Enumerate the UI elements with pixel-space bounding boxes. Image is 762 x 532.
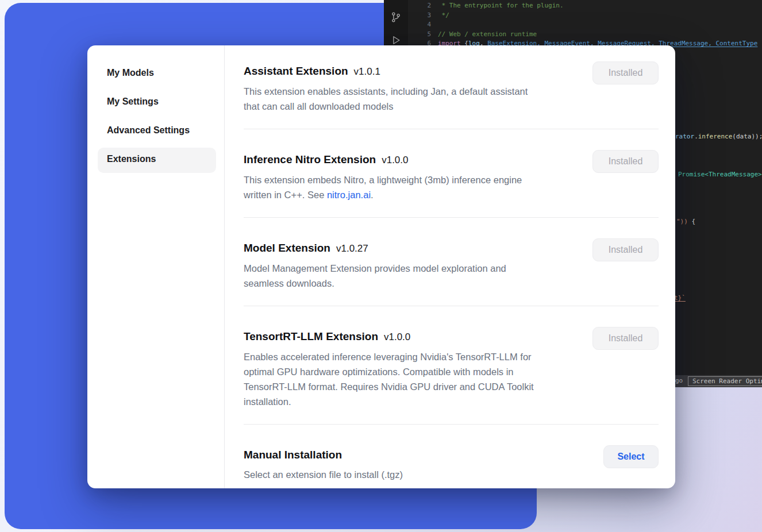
settings-sidebar: My Models My Settings Advanced Settings …: [87, 45, 225, 488]
extensions-panel: Assistant Extensionv1.0.1 This extension…: [225, 45, 675, 488]
installed-button[interactable]: Installed: [592, 61, 659, 84]
extension-title-line: Assistant Extensionv1.0.1: [244, 64, 528, 79]
extension-title-line: Inference Nitro Extensionv1.0.0: [244, 152, 522, 168]
sidebar-item-my-models[interactable]: My Models: [98, 61, 216, 87]
code-token-comment: */: [438, 11, 449, 19]
git-branch-icon[interactable]: [390, 11, 402, 23]
extension-description: Model Management Extension provides mode…: [244, 261, 506, 291]
code-line: 4: [384, 20, 757, 30]
description-text: .: [371, 190, 374, 200]
code-token-function: inference: [698, 133, 733, 140]
settings-modal: My Models My Settings Advanced Settings …: [87, 45, 675, 488]
extension-name: Inference Nitro Extension: [244, 153, 376, 165]
extension-version: v1.0.1: [354, 66, 380, 77]
extension-version: v1.0.0: [382, 155, 408, 165]
code-token-comment: // Web / extension runtime: [438, 30, 537, 38]
code-fragment-inference-call: rator.inference(data));: [675, 133, 762, 140]
screen-reader-optimized-badge[interactable]: Screen Reader Optimized: [688, 376, 762, 386]
code-token-punct: {: [688, 218, 695, 225]
sidebar-item-my-settings[interactable]: My Settings: [98, 90, 216, 115]
extension-row-assistant: Assistant Extensionv1.0.1 This extension…: [244, 45, 659, 129]
extension-row-tensorrt-llm: TensortRT-LLM Extensionv1.0.0 Enables ac…: [244, 306, 659, 425]
code-fragment-promise-type: Promise<ThreadMessage>: [678, 171, 762, 178]
extension-name: TensortRT-LLM Extension: [244, 330, 378, 342]
extension-name: Manual Installation: [244, 449, 342, 461]
extension-name: Model Extension: [244, 242, 330, 254]
sidebar-item-extensions[interactable]: Extensions: [98, 148, 216, 173]
extension-description: Select an extension file to install (.tg…: [244, 467, 403, 482]
extension-description: Enables accelerated inference leveraging…: [244, 349, 534, 409]
code-line: 2 * The entrypoint for the plugin.: [384, 1, 757, 11]
extension-info: Model Extensionv1.0.27 Model Management …: [244, 241, 506, 291]
extension-version: v1.0.0: [384, 331, 410, 342]
description-text: This extension embeds Nitro, a lightweig…: [244, 175, 522, 200]
installed-button[interactable]: Installed: [592, 238, 659, 261]
screen: 2 * The entrypoint for the plugin. 3 */ …: [0, 0, 762, 532]
installed-button[interactable]: Installed: [592, 150, 659, 173]
extension-row-model: Model Extensionv1.0.27 Model Management …: [244, 218, 659, 306]
code-line: 3 */: [384, 11, 757, 21]
sidebar-item-advanced-settings[interactable]: Advanced Settings: [98, 119, 216, 144]
code-token-comment: * The entrypoint for the plugin.: [438, 2, 564, 9]
extension-description: This extension enables assistants, inclu…: [244, 84, 528, 114]
select-file-button[interactable]: Select: [603, 445, 659, 468]
extension-version: v1.0.27: [336, 243, 368, 254]
status-bar-text: go: [675, 377, 683, 384]
code-token-string: ")): [676, 218, 688, 225]
extension-title-line: TensortRT-LLM Extensionv1.0.0: [244, 329, 534, 345]
extension-info: TensortRT-LLM Extensionv1.0.0 Enables ac…: [244, 329, 534, 409]
extension-description: This extension embeds Nitro, a lightweig…: [244, 172, 522, 202]
code-fragment-string-close: ")) {: [676, 218, 695, 225]
code-lines: 2 * The entrypoint for the plugin. 3 */ …: [384, 1, 757, 49]
extension-title-line: Manual Installation: [244, 448, 403, 462]
run-debug-icon[interactable]: [390, 34, 402, 46]
extension-row-inference-nitro: Inference Nitro Extensionv1.0.0 This ext…: [244, 129, 659, 218]
extension-row-manual-installation: Manual Installation Select an extension …: [244, 425, 659, 488]
installed-button[interactable]: Installed: [592, 327, 659, 350]
nitro-jan-ai-link[interactable]: nitro.jan.ai: [327, 190, 371, 200]
code-token-identifier: rator: [675, 133, 694, 140]
extension-info: Manual Installation Select an extension …: [244, 448, 403, 482]
extension-title-line: Model Extensionv1.0.27: [244, 241, 506, 256]
code-line: 5// Web / extension runtime: [384, 30, 757, 40]
code-fragment-template-end: t}`: [674, 294, 686, 302]
extension-info: Inference Nitro Extensionv1.0.0 This ext…: [244, 152, 522, 202]
extension-info: Assistant Extensionv1.0.1 This extension…: [244, 64, 528, 114]
code-token-punct: .: [694, 133, 698, 140]
code-token-punct: (data));: [732, 133, 762, 140]
extension-name: Assistant Extension: [244, 65, 348, 77]
